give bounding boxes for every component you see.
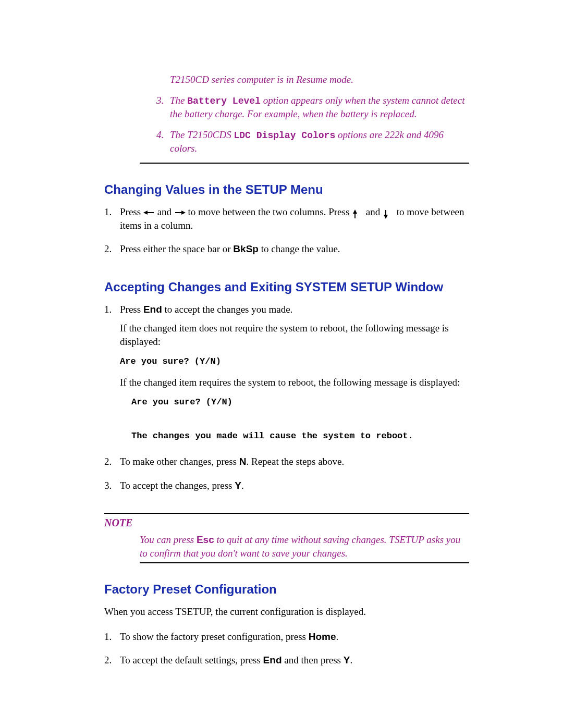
step-number: 2. [104, 455, 120, 474]
note-resume: T2150CD series computer is in Resume mod… [156, 73, 469, 87]
arrow-down-icon [383, 209, 394, 217]
divider [104, 513, 469, 514]
note-label: NOTE [104, 516, 469, 530]
key-label: Y [235, 480, 241, 491]
code-text: Battery Level [187, 96, 261, 106]
key-label: End [263, 655, 282, 665]
step-content: To make other changes, press N. Repeat t… [120, 455, 469, 474]
svg-marker-1 [143, 211, 148, 215]
step-item: 2. To accept the default settings, press… [104, 653, 469, 672]
step-content: To show the factory preset configuration… [120, 630, 469, 649]
divider [140, 562, 469, 563]
step-content: Press either the space bar or BkSp to ch… [120, 242, 469, 261]
note-text: The T2150CDS LDC Display Colors options … [170, 128, 469, 155]
arrow-right-icon [174, 209, 186, 217]
step-number: 2. [104, 653, 120, 672]
paragraph: If the changed item requires the system … [120, 376, 469, 389]
note-body: You can press Esc to quit at any time wi… [104, 533, 469, 560]
heading-accepting-changes: Accepting Changes and Exiting SYSTEM SET… [104, 279, 469, 295]
step-item: 1. Press End to accept the changes you m… [104, 303, 469, 450]
top-notes: T2150CD series computer is in Resume mod… [104, 73, 469, 155]
step-content: To accept the changes, press Y. [120, 479, 469, 498]
key-label: Y [344, 655, 350, 665]
arrow-left-icon [143, 209, 155, 217]
heading-factory-preset: Factory Preset Configuration [104, 581, 469, 598]
paragraph: If the changed item does not require the… [120, 322, 469, 348]
note-item-4: 4. The T2150CDS LDC Display Colors optio… [156, 128, 469, 155]
step-number: 1. [104, 303, 120, 450]
svg-marker-3 [181, 211, 186, 215]
note-number: 4. [156, 128, 170, 155]
step-content: Press and to move between the two column… [120, 205, 469, 237]
step-item: 3. To accept the changes, press Y. [104, 479, 469, 498]
step-number: 1. [104, 205, 120, 237]
key-label: BkSp [233, 243, 259, 254]
step-item: 2. To make other changes, press N. Repea… [104, 455, 469, 474]
step-item: 1. To show the factory preset configurat… [104, 630, 469, 649]
arrow-up-icon [352, 209, 363, 217]
intro-text: When you access TSETUP, the current conf… [104, 605, 469, 619]
key-label: End [143, 304, 162, 315]
svg-marker-5 [353, 209, 357, 214]
step-number: 1. [104, 630, 120, 649]
note-text: The Battery Level option appears only wh… [170, 94, 469, 121]
note-item-3: 3. The Battery Level option appears only… [156, 94, 469, 121]
step-item: 2. Press either the space bar or BkSp to… [104, 242, 469, 261]
key-label: N [239, 456, 247, 467]
code-text: LDC Display Colors [234, 130, 335, 141]
step-content: To accept the default settings, press En… [120, 653, 469, 672]
key-label: Esc [197, 534, 214, 545]
step-number: 3. [104, 479, 120, 498]
step-number: 2. [104, 242, 120, 261]
steps-accepting-changes: 1. Press End to accept the changes you m… [104, 303, 469, 497]
code-block: Are you sure? (Y/N) [120, 353, 469, 370]
divider [140, 163, 469, 164]
code-block: Are you sure? (Y/N) The changes you made… [131, 394, 469, 445]
heading-changing-values: Changing Values in the SETUP Menu [104, 181, 469, 198]
note-number: 3. [156, 94, 170, 121]
svg-marker-7 [384, 215, 388, 219]
key-label: Home [309, 631, 336, 642]
note-text: T2150CD series computer is in Resume mod… [170, 73, 469, 87]
step-item: 1. Press and to move between the two col… [104, 205, 469, 237]
steps-factory-preset: 1. To show the factory preset configurat… [104, 630, 469, 672]
step-content: Press End to accept the changes you made… [120, 303, 469, 450]
steps-changing-values: 1. Press and to move between the two col… [104, 205, 469, 261]
note-block: NOTE You can press Esc to quit at any ti… [104, 513, 469, 563]
